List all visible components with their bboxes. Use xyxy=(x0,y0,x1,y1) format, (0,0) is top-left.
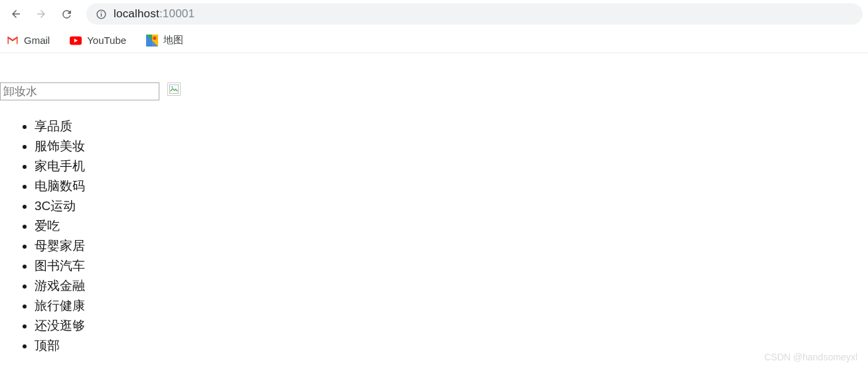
maps-icon xyxy=(146,35,158,47)
svg-rect-2 xyxy=(101,11,102,12)
list-item[interactable]: 顶部 xyxy=(35,336,868,356)
svg-rect-1 xyxy=(101,13,102,17)
category-list: 享品质 服饰美妆 家电手机 电脑数码 3C运动 爱吃 母婴家居 图书汽车 游戏金… xyxy=(35,116,868,356)
list-item[interactable]: 旅行健康 xyxy=(35,296,868,316)
bookmark-label: YouTube xyxy=(87,35,126,46)
gmail-icon xyxy=(7,35,19,47)
youtube-icon xyxy=(70,35,82,47)
arrow-left-icon xyxy=(10,8,22,20)
bookmark-youtube[interactable]: YouTube xyxy=(66,32,130,49)
info-icon xyxy=(96,9,107,20)
list-item[interactable]: 3C运动 xyxy=(35,196,868,216)
bookmark-gmail[interactable]: Gmail xyxy=(3,32,54,49)
list-item[interactable]: 服饰美妆 xyxy=(35,136,868,156)
broken-image-icon xyxy=(167,82,181,96)
list-item[interactable]: 爱吃 xyxy=(35,216,868,236)
url-host: localhost xyxy=(114,7,159,20)
bookmark-label: Gmail xyxy=(24,35,50,46)
svg-point-4 xyxy=(153,36,156,39)
list-item[interactable]: 母婴家居 xyxy=(35,236,868,256)
list-item[interactable]: 家电手机 xyxy=(35,156,868,176)
search-input[interactable] xyxy=(0,82,159,100)
reload-icon xyxy=(60,8,73,21)
site-info-icon[interactable] xyxy=(96,9,107,20)
address-text: localhost:10001 xyxy=(114,7,195,21)
bookmark-maps[interactable]: 地图 xyxy=(142,31,187,49)
svg-rect-5 xyxy=(169,84,178,93)
bookmark-label: 地图 xyxy=(163,34,183,47)
list-item[interactable]: 图书汽车 xyxy=(35,256,868,276)
list-item[interactable]: 享品质 xyxy=(35,116,868,136)
list-item[interactable]: 电脑数码 xyxy=(35,176,868,196)
forward-button[interactable] xyxy=(31,3,52,25)
reload-button[interactable] xyxy=(56,3,77,25)
address-bar[interactable]: localhost:10001 xyxy=(86,3,863,25)
url-port: :10001 xyxy=(159,7,195,20)
arrow-right-icon xyxy=(35,8,47,20)
browser-toolbar: localhost:10001 xyxy=(0,0,868,28)
bookmarks-bar: Gmail YouTube 地图 xyxy=(0,28,868,53)
svg-point-6 xyxy=(171,86,173,88)
back-button[interactable] xyxy=(5,3,27,25)
list-item[interactable]: 游戏金融 xyxy=(35,276,868,296)
search-row xyxy=(0,82,868,100)
list-item[interactable]: 还没逛够 xyxy=(35,316,868,336)
page-content: 享品质 服饰美妆 家电手机 电脑数码 3C运动 爱吃 母婴家居 图书汽车 游戏金… xyxy=(0,53,868,356)
